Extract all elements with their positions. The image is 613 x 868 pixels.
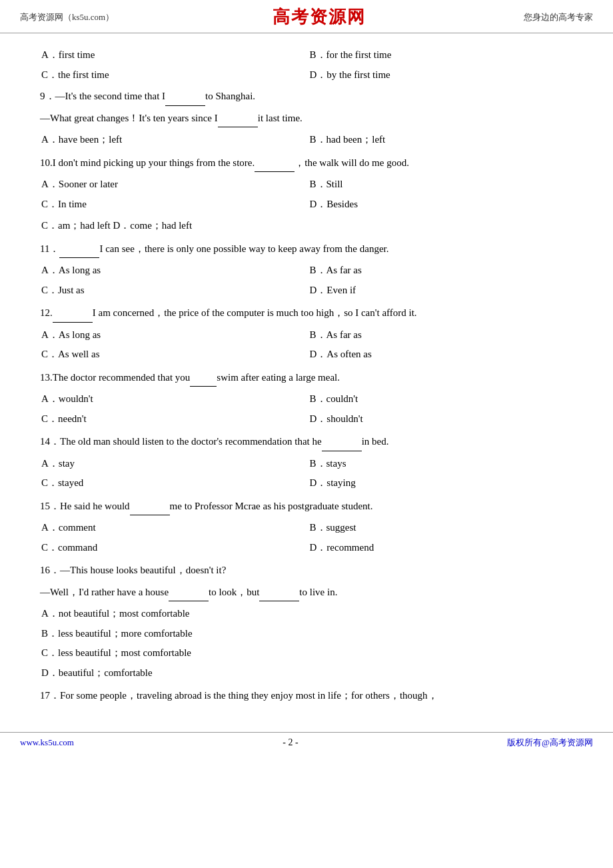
- blank-9b: [218, 117, 258, 127]
- blank-13: [190, 376, 217, 387]
- q11-option-b: B．As far as: [308, 261, 577, 280]
- q15-options: A．comment B．suggest C．command D．recommen…: [40, 518, 576, 557]
- q10-options: A．Sooner or later B．Still C．In time D．Be…: [40, 175, 576, 213]
- option-a-prev: A．first time: [40, 45, 308, 65]
- footer-left: www.ks5u.com: [20, 737, 74, 748]
- q12-options: A．As long as B．As far as C．As well as D．…: [40, 325, 576, 364]
- option-d-prev: D．by the first time: [308, 65, 577, 85]
- blank-14: [322, 441, 362, 451]
- q13-option-d: D．shouldn't: [308, 409, 577, 429]
- main-content: A．first time B．for the first time C．the …: [0, 33, 613, 723]
- q14-option-c: C．stayed: [40, 473, 308, 493]
- q9-option-b: B．had been；left: [308, 130, 577, 149]
- question-15: 15．He said he wouldme to Professor Mcrae…: [40, 497, 576, 557]
- footer-center: - 2 -: [283, 737, 298, 748]
- question-17: 17．For some people，traveling abroad is t…: [40, 686, 576, 705]
- blank-15: [130, 505, 170, 515]
- q13-option-a: A．wouldn't: [40, 389, 308, 409]
- q10-option-c: C．In time: [40, 195, 308, 214]
- q12-text: 12.I am concerned，the price of the compu…: [40, 303, 576, 323]
- header-left: 高考资源网（ks5u.com）: [20, 11, 114, 23]
- question-12: 12.I am concerned，the price of the compu…: [40, 303, 576, 364]
- q10-option-a: A．Sooner or later: [40, 175, 308, 194]
- q13-text: 13.The doctor recommended that youswim a…: [40, 368, 576, 387]
- q11-option-d: D．Even if: [308, 281, 577, 300]
- q15-option-a: A．comment: [40, 518, 308, 537]
- q10-option-b: B．Still: [308, 175, 577, 194]
- q14-options: A．stay B．stays C．stayed D．staying: [40, 454, 576, 493]
- blank-9a: [165, 95, 205, 106]
- footer-right: 版权所有@高考资源网: [507, 737, 593, 749]
- blank-16b: [259, 591, 299, 601]
- q16-option-b: B．less beautiful；more comfortable: [40, 624, 576, 643]
- question-11: 11．I can see，there is only one possible …: [40, 239, 576, 300]
- q9-option-a: A．have been；left: [40, 130, 308, 149]
- q16-options: A．not beautiful；most comfortable B．less …: [40, 604, 576, 682]
- q15-option-b: B．suggest: [308, 518, 577, 537]
- question-16: 16．—This house looks beautiful，doesn't i…: [40, 561, 576, 682]
- q11-options: A．As long as B．As far as C．Just as D．Eve…: [40, 261, 576, 299]
- blank-11: [59, 247, 99, 258]
- blank-12: [53, 312, 93, 323]
- page-footer: www.ks5u.com - 2 - 版权所有@高考资源网: [0, 732, 613, 749]
- blank-16a: [169, 591, 209, 601]
- q15-text: 15．He said he wouldme to Professor Mcrae…: [40, 497, 576, 516]
- q11-option-a: A．As long as: [40, 261, 308, 280]
- option-b-prev: B．for the first time: [308, 45, 577, 65]
- q9-options: A．have been；left B．had been；left: [40, 130, 576, 149]
- blank-10: [255, 161, 295, 172]
- q16-text: 16．—This house looks beautiful，doesn't i…: [40, 561, 576, 580]
- q12-option-b: B．As far as: [308, 325, 577, 345]
- header-title: 高考资源网: [273, 5, 366, 29]
- q16b-text: —Well，I'd rather have a houseto look，but…: [40, 583, 576, 602]
- q10-option-d: D．Besides: [308, 195, 577, 214]
- q14-option-a: A．stay: [40, 454, 308, 473]
- q12-option-c: C．As well as: [40, 345, 308, 364]
- q17-text: 17．For some people，traveling abroad is t…: [40, 686, 576, 705]
- q15-option-c: C．command: [40, 538, 308, 557]
- q10-option-cd-extra: C．am；had left D．come；had left: [40, 216, 576, 235]
- q9b-text: —What great changes！It's ten years since…: [40, 109, 576, 128]
- q14-text: 14．The old man should listen to the doct…: [40, 432, 576, 451]
- q10-text: 10.I don't mind picking up your things f…: [40, 153, 576, 173]
- q11-option-c: C．Just as: [40, 281, 308, 300]
- q12-option-a: A．As long as: [40, 325, 308, 345]
- question-9: 9．—It's the second time that Ito Shangha…: [40, 87, 576, 149]
- page-header: 高考资源网（ks5u.com） 高考资源网 您身边的高考专家: [0, 0, 613, 33]
- q16-option-c: C．less beautiful；most comfortable: [40, 643, 576, 663]
- q13-option-c: C．needn't: [40, 409, 308, 429]
- q14-option-b: B．stays: [308, 454, 577, 473]
- q13-option-b: B．couldn't: [308, 389, 577, 409]
- option-c-prev: C．the first time: [40, 65, 308, 85]
- options-group-prev: A．first time B．for the first time C．the …: [40, 45, 576, 84]
- header-right: 您身边的高考专家: [524, 11, 593, 23]
- q11-text: 11．I can see，there is only one possible …: [40, 239, 576, 259]
- q16-option-d: D．beautiful；comfortable: [40, 663, 576, 683]
- q13-options: A．wouldn't B．couldn't C．needn't D．should…: [40, 389, 576, 428]
- q15-option-d: D．recommend: [308, 538, 577, 557]
- question-14: 14．The old man should listen to the doct…: [40, 432, 576, 493]
- q9-text: 9．—It's the second time that Ito Shangha…: [40, 87, 576, 106]
- question-13: 13.The doctor recommended that youswim a…: [40, 368, 576, 429]
- question-10: 10.I don't mind picking up your things f…: [40, 153, 576, 235]
- q14-option-d: D．staying: [308, 473, 577, 493]
- q16-option-a: A．not beautiful；most comfortable: [40, 604, 576, 623]
- q12-option-d: D．As often as: [308, 345, 577, 364]
